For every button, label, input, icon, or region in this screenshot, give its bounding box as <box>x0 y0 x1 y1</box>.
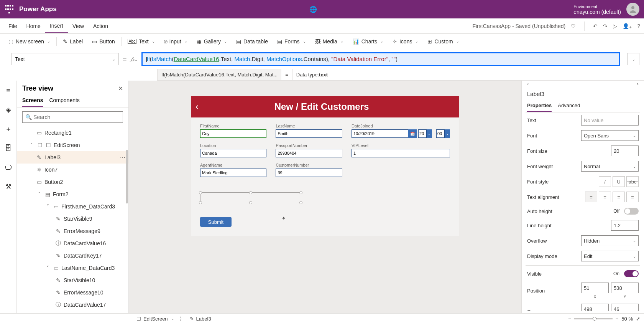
formula-expand-button[interactable]: ⌄ <box>627 53 639 65</box>
user-avatar[interactable] <box>626 3 639 16</box>
formula-input[interactable]: If(IsMatch(DataCardValue16.Text, Match.D… <box>141 52 620 66</box>
next-control-icon[interactable]: › <box>637 81 639 87</box>
checkbox-icon[interactable]: ☐ <box>37 142 43 148</box>
ribbon-gallery[interactable]: ▦Gallery⌄ <box>192 36 232 47</box>
tree-item-rectangle1[interactable]: ▭Rectangle1 <box>17 127 128 139</box>
agent-input[interactable] <box>200 169 266 177</box>
tree-tab-screens[interactable]: Screens <box>22 94 43 107</box>
prop-fontsize-input[interactable]: 20 <box>611 145 639 156</box>
lastname-input[interactable] <box>276 129 342 138</box>
ribbon-button[interactable]: ▭Button <box>87 36 119 47</box>
custnum-input[interactable] <box>276 169 342 177</box>
passport-input[interactable] <box>276 149 342 157</box>
tree-item-lastname_datacard3[interactable]: ˅▭LastName_DataCard3 <box>17 262 128 274</box>
ribbon-data-table[interactable]: ▤Data table <box>232 36 273 47</box>
firstname-input[interactable] <box>200 129 266 138</box>
strike-button[interactable]: abc <box>626 176 639 187</box>
align-center-button[interactable]: ≡ <box>599 192 611 202</box>
tree-item-firstname_datacard3[interactable]: ˅▭FirstName_DataCard3 <box>17 200 128 213</box>
undo-icon[interactable]: ↶ <box>593 23 598 29</box>
align-right-button[interactable]: ≡ <box>613 192 625 202</box>
vip-input[interactable] <box>352 149 450 157</box>
ribbon-icons[interactable]: ✧Icons⌄ <box>388 36 423 47</box>
menu-home[interactable]: Home <box>22 20 45 32</box>
fx-icon[interactable]: 𝑓𝑥⌄ <box>131 56 138 63</box>
resize-handle[interactable] <box>199 201 202 204</box>
chevron-down-icon[interactable]: ⌄ <box>445 129 450 138</box>
align-left-button[interactable]: ≡ <box>585 192 597 202</box>
rail-media-icon[interactable]: 🖵 <box>2 160 15 174</box>
italic-button[interactable]: I <box>599 176 611 187</box>
share-icon[interactable]: 👤₊ <box>623 23 632 29</box>
rail-tools-icon[interactable]: ⚒ <box>2 180 15 193</box>
tree-close-icon[interactable]: ✕ <box>118 85 123 92</box>
tree-item-form2[interactable]: ˅▤Form2 <box>17 188 128 200</box>
prop-overflow-select[interactable]: Hidden⌄ <box>581 235 639 246</box>
date-hh[interactable] <box>418 129 427 138</box>
tree-item-datacardkey17[interactable]: ✎DataCardKey17 <box>17 250 128 262</box>
underline-button[interactable]: U <box>613 176 625 187</box>
menu-insert[interactable]: Insert <box>45 20 68 33</box>
expander-icon[interactable]: ˅ <box>28 142 34 148</box>
app-launcher-icon[interactable] <box>5 5 14 14</box>
prop-font-select[interactable]: Open Sans⌄ <box>581 130 639 141</box>
tree-item-starvisible10[interactable]: ✎StarVisible10 <box>17 274 128 286</box>
breadcrumb-editscreen[interactable]: ☐EditScreen⌄ <box>134 316 176 322</box>
tree-item-editscreen[interactable]: ˅☐☐EditScreen <box>17 139 128 151</box>
submit-button[interactable]: Submit <box>200 217 232 227</box>
more-icon[interactable]: ⋯ <box>120 154 125 160</box>
tree-item-datacardvalue17[interactable]: ⓘDataCardValue17 <box>17 299 128 311</box>
environment-block[interactable]: Environment enayu.com (default) <box>573 4 621 15</box>
prop-lineheight-input[interactable]: 1.2 <box>611 220 639 231</box>
expander-icon[interactable]: ˅ <box>44 203 51 210</box>
calendar-icon[interactable]: 📅 <box>408 129 417 138</box>
chevron-down-icon[interactable]: ⌄ <box>427 129 432 138</box>
resize-handle[interactable] <box>249 191 252 194</box>
ribbon-new-screen[interactable]: ▢New screen⌄ <box>4 36 55 47</box>
ribbon-input[interactable]: ⎚Input⌄ <box>159 36 192 47</box>
rail-tree-icon[interactable]: ◈ <box>2 103 15 117</box>
ribbon-media[interactable]: 🖼Media⌄ <box>310 36 348 47</box>
tree-tab-components[interactable]: Components <box>49 94 79 107</box>
rail-hamburger-icon[interactable]: ≡ <box>2 84 15 98</box>
rail-insert-icon[interactable]: ＋ <box>2 122 15 136</box>
help-icon[interactable]: ? <box>637 23 640 29</box>
ribbon-charts[interactable]: 📊Charts⌄ <box>348 36 388 47</box>
zoom-out-icon[interactable]: − <box>568 316 571 322</box>
menu-view[interactable]: View <box>68 20 89 32</box>
prop-pos-x-input[interactable]: 51 <box>581 283 609 293</box>
breadcrumb-label3[interactable]: ✎Label3 <box>187 316 214 322</box>
prop-fontweight-select[interactable]: Normal⌄ <box>581 161 639 172</box>
scrollbar-thumb[interactable] <box>126 150 128 203</box>
resize-handle[interactable] <box>299 191 302 194</box>
location-input[interactable] <box>200 149 266 157</box>
zoom-slider[interactable] <box>574 318 613 319</box>
prop-pos-y-input[interactable]: 538 <box>611 283 639 293</box>
ribbon-text[interactable]: AbcText⌄ <box>123 36 159 47</box>
property-selector[interactable]: Text ⌄ <box>12 53 119 65</box>
tree-item-datacardvalue16[interactable]: ⓘDataCardValue16 <box>17 237 128 250</box>
redo-icon[interactable]: ↷ <box>603 23 608 29</box>
prop-tab-properties[interactable]: Properties <box>527 99 552 112</box>
back-icon[interactable]: ‹ <box>196 101 199 112</box>
tree-search-input[interactable] <box>22 111 123 123</box>
align-justify-button[interactable]: ≡ <box>626 192 639 202</box>
expander-icon[interactable]: ˅ <box>36 191 42 197</box>
slider-knob[interactable] <box>593 317 596 321</box>
tree-item-button2[interactable]: ▭Button2 <box>17 176 128 188</box>
ribbon-label[interactable]: ✎Label <box>58 36 87 47</box>
prop-size-w-input[interactable]: 498 <box>581 304 609 311</box>
expander-icon[interactable]: ˅ <box>44 265 51 271</box>
tree-item-errormessage10[interactable]: ✎ErrorMessage10 <box>17 286 128 299</box>
rail-data-icon[interactable]: 🗄 <box>2 141 15 155</box>
tree-item-icon7[interactable]: ⚛Icon7 <box>17 164 128 176</box>
prop-display-select[interactable]: Edit⌄ <box>581 251 639 261</box>
tree-item-label3[interactable]: ✎Label3⋯ <box>17 151 128 164</box>
datejoined-input[interactable] <box>352 129 408 138</box>
prop-text-input[interactable]: No value <box>581 115 639 126</box>
resize-handle[interactable] <box>249 201 252 204</box>
zoom-in-icon[interactable]: + <box>616 316 619 322</box>
ribbon-forms[interactable]: ▤Forms⌄ <box>273 36 310 47</box>
tree-item-starvisible9[interactable]: ✎StarVisible9 <box>17 213 128 225</box>
prev-control-icon[interactable]: ‹ <box>527 81 529 87</box>
